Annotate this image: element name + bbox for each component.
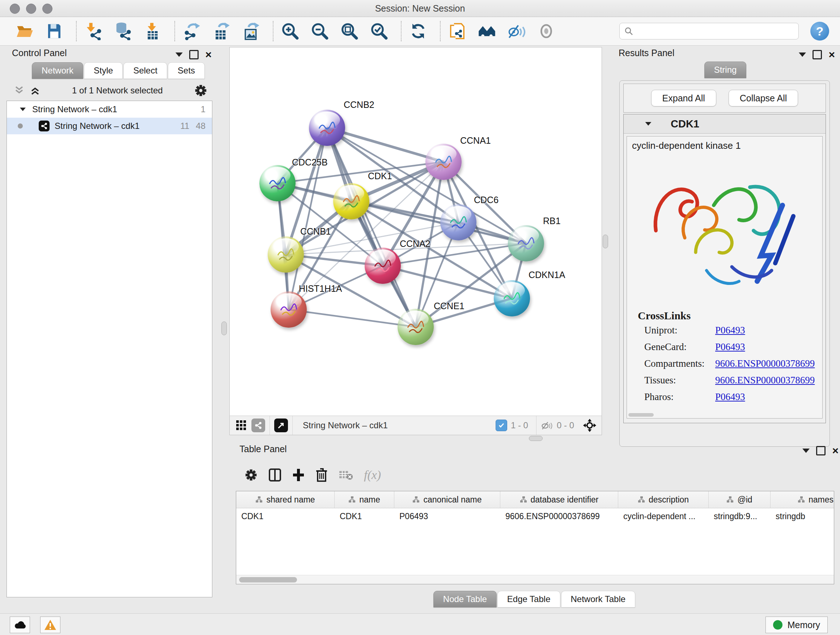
splitter-handle[interactable] bbox=[603, 234, 608, 249]
tab-sets[interactable]: Sets bbox=[168, 62, 205, 79]
add-column-icon[interactable] bbox=[292, 468, 305, 482]
detach-view-icon[interactable] bbox=[274, 418, 288, 432]
crosslink-link[interactable]: 9606.ENSP00000378699 bbox=[715, 358, 815, 375]
table-row[interactable]: CDK1CDK1P064939606.ENSP00000378699cyclin… bbox=[236, 508, 834, 524]
edge-CCNB2-HIST1H1A[interactable] bbox=[289, 128, 327, 310]
warnings-button[interactable] bbox=[40, 616, 60, 633]
network-row[interactable]: String Network – cdk1 11 48 bbox=[7, 118, 212, 134]
collapse-all-icon[interactable] bbox=[14, 86, 25, 96]
collapse-all-button[interactable]: Collapse All bbox=[729, 90, 798, 106]
table-cell[interactable]: CDK1 bbox=[335, 511, 394, 521]
edge-CCNB2-CCNE1[interactable] bbox=[327, 128, 416, 327]
collection-expand-icon[interactable] bbox=[20, 108, 26, 111]
network-view-type-icon[interactable] bbox=[251, 418, 265, 432]
zoom-in-icon[interactable] bbox=[280, 21, 300, 41]
import-table-icon[interactable] bbox=[142, 21, 163, 41]
node-CCNE1[interactable] bbox=[398, 309, 434, 345]
tab-string[interactable]: String bbox=[704, 62, 747, 78]
zoom-out-icon[interactable] bbox=[309, 21, 330, 41]
show-columns-icon[interactable] bbox=[268, 468, 281, 482]
node-CCNA2[interactable] bbox=[365, 248, 401, 284]
node-CDK1[interactable] bbox=[333, 183, 369, 219]
memory-button[interactable]: Memory bbox=[766, 616, 828, 633]
splitter-handle[interactable] bbox=[529, 436, 543, 441]
panel-menu-icon[interactable] bbox=[802, 448, 810, 453]
float-panel-icon[interactable] bbox=[189, 50, 199, 59]
table-cell[interactable]: stringdb:9... bbox=[709, 511, 771, 521]
node-CDKN1A[interactable] bbox=[494, 280, 530, 317]
selected-nodes-checkbox-icon[interactable] bbox=[496, 420, 507, 431]
network-view[interactable]: CCNB2CCNA1CDC25BCDK1CDC6RB1CCNB1CCNA2CDK… bbox=[229, 47, 602, 435]
close-panel-icon[interactable]: × bbox=[829, 51, 835, 58]
cloud-status-button[interactable] bbox=[10, 616, 30, 633]
expand-all-icon[interactable] bbox=[30, 86, 41, 96]
entity-header[interactable]: CDK1 bbox=[624, 114, 826, 134]
tab-node-table[interactable]: Node Table bbox=[433, 591, 497, 608]
crosslink-link[interactable]: P06493 bbox=[715, 391, 745, 408]
tab-select[interactable]: Select bbox=[123, 62, 167, 79]
table-cell[interactable]: stringdb bbox=[771, 511, 834, 521]
network-collection-row[interactable]: String Network – cdk1 1 bbox=[7, 101, 212, 118]
node-RB1[interactable] bbox=[508, 225, 544, 261]
help-icon[interactable]: ? bbox=[810, 22, 829, 41]
edge-HIST1H1A-CCNE1[interactable] bbox=[289, 310, 416, 327]
column-header-database-identifier[interactable]: database identifier bbox=[500, 491, 618, 508]
float-panel-icon[interactable] bbox=[813, 50, 822, 59]
tab-edge-table[interactable]: Edge Table bbox=[497, 591, 561, 608]
refresh-icon[interactable] bbox=[408, 21, 428, 41]
close-panel-icon[interactable]: × bbox=[832, 447, 838, 454]
table-scrollbar-track[interactable] bbox=[236, 575, 834, 584]
save-icon[interactable] bbox=[44, 21, 65, 41]
column-header-canonical-name[interactable]: canonical name bbox=[394, 491, 500, 508]
results-scrollbar[interactable] bbox=[628, 413, 654, 417]
float-panel-icon[interactable] bbox=[816, 446, 826, 455]
node-CDC6[interactable] bbox=[440, 204, 477, 241]
grid-view-icon[interactable] bbox=[233, 417, 249, 433]
delete-column-icon[interactable] bbox=[316, 468, 328, 482]
node-CCNB1[interactable] bbox=[268, 236, 304, 272]
table-scrollbar-thumb[interactable] bbox=[239, 577, 297, 583]
column-header-shared-name[interactable]: shared name bbox=[236, 491, 335, 508]
tab-style[interactable]: Style bbox=[84, 62, 123, 79]
column-header-name[interactable]: name bbox=[335, 491, 394, 508]
node-CDC25B[interactable] bbox=[259, 165, 295, 201]
table-cell[interactable]: cyclin-dependent ... bbox=[618, 511, 709, 521]
panel-menu-icon[interactable] bbox=[799, 52, 806, 57]
tab-network[interactable]: Network bbox=[32, 62, 83, 79]
table-options-gear-icon[interactable] bbox=[245, 469, 257, 481]
close-panel-icon[interactable]: × bbox=[205, 51, 212, 58]
search-input[interactable] bbox=[633, 26, 794, 36]
home-networks-icon[interactable] bbox=[477, 21, 497, 41]
node-table[interactable]: shared namenamecanonical namedatabase id… bbox=[236, 491, 834, 584]
crosslink-link[interactable]: 9606.ENSP00000378699 bbox=[715, 375, 815, 391]
crosslink-link[interactable]: P06493 bbox=[715, 341, 745, 358]
expand-all-button[interactable]: Expand All bbox=[651, 90, 716, 106]
export-image-icon[interactable] bbox=[241, 21, 261, 41]
panel-menu-icon[interactable] bbox=[175, 52, 183, 57]
import-network-icon[interactable] bbox=[83, 21, 103, 41]
table-cell[interactable]: CDK1 bbox=[236, 511, 335, 521]
open-folder-icon[interactable] bbox=[14, 21, 35, 41]
search-field[interactable] bbox=[619, 23, 799, 40]
crosslink-link[interactable]: P06493 bbox=[715, 325, 745, 341]
zoom-selected-icon[interactable] bbox=[369, 21, 389, 41]
node-CCNB2[interactable] bbox=[309, 110, 345, 146]
show-details-eye-icon[interactable] bbox=[536, 21, 556, 41]
column-header-description[interactable]: description bbox=[618, 491, 709, 508]
hide-details-eye-icon[interactable] bbox=[507, 21, 527, 41]
node-CCNA1[interactable] bbox=[425, 144, 462, 180]
zoom-fit-icon[interactable] bbox=[339, 21, 360, 41]
splitter-handle[interactable] bbox=[221, 321, 227, 335]
share-document-icon[interactable] bbox=[447, 21, 467, 41]
network-options-gear-icon[interactable] bbox=[194, 84, 207, 97]
column-header-namespace[interactable]: namespace bbox=[771, 491, 834, 508]
import-database-icon[interactable] bbox=[113, 21, 133, 41]
entity-collapse-icon[interactable] bbox=[645, 122, 652, 126]
birds-eye-view-icon[interactable] bbox=[581, 417, 598, 434]
tab-network-table[interactable]: Network Table bbox=[561, 591, 636, 608]
table-cell[interactable]: P06493 bbox=[394, 511, 500, 521]
node-HIST1H1A[interactable] bbox=[271, 291, 307, 328]
table-cell[interactable]: 9606.ENSP00000378699 bbox=[500, 511, 618, 521]
column-header-id[interactable]: @id bbox=[709, 491, 771, 508]
export-table-icon[interactable] bbox=[211, 21, 232, 41]
